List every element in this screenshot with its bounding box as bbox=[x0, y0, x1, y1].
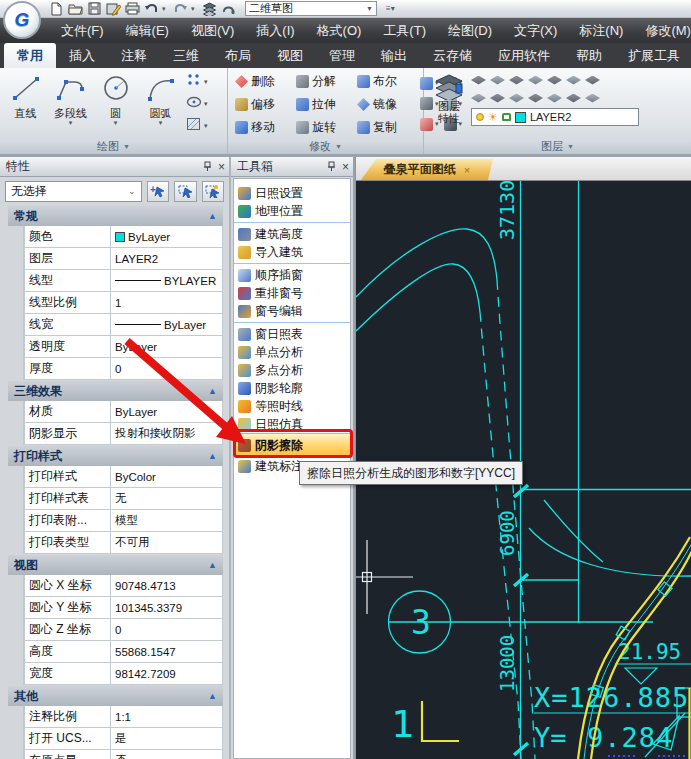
property-value[interactable]: ByLayer bbox=[110, 401, 223, 423]
ribbon-tab-item[interactable]: 帮助 bbox=[563, 43, 615, 68]
explode-button[interactable]: 分解 bbox=[294, 70, 355, 93]
ribbon-tab-active[interactable]: 常用 bbox=[4, 43, 56, 68]
toolbox-item-sun-settings[interactable]: 日照设置 bbox=[234, 184, 350, 202]
save-as-icon[interactable] bbox=[105, 1, 121, 16]
property-value[interactable]: ByLayer bbox=[110, 314, 223, 336]
move-button[interactable]: 移动 bbox=[233, 116, 294, 139]
rotate-button[interactable]: 旋转 bbox=[294, 116, 355, 139]
panel-caption-draw[interactable]: 绘图▼ bbox=[0, 139, 227, 154]
layer-select[interactable]: ☀ LAYER2 bbox=[471, 108, 639, 126]
menu-item[interactable]: 文件(F) bbox=[50, 22, 115, 40]
section-header[interactable]: 常规▲ bbox=[8, 206, 223, 226]
app-logo[interactable]: G bbox=[3, 1, 41, 39]
property-value[interactable]: 无 bbox=[110, 488, 223, 510]
circle-button[interactable]: 圆▾ bbox=[93, 70, 138, 139]
property-value[interactable]: 90748.4713 bbox=[110, 575, 223, 597]
save-icon[interactable] bbox=[86, 1, 102, 16]
offset-button[interactable]: 偏移 bbox=[233, 93, 294, 116]
property-value[interactable]: 不可用 bbox=[110, 532, 223, 554]
recover-icon[interactable] bbox=[220, 1, 236, 16]
close-icon[interactable]: × bbox=[218, 160, 225, 174]
drawing-tab[interactable]: 叠泉平面图纸 × bbox=[361, 159, 493, 180]
toolbox-item-geo-location[interactable]: 地理位置 bbox=[234, 202, 350, 220]
toolbox-item-import-building[interactable]: 导入建筑 bbox=[234, 243, 350, 261]
property-value[interactable]: ByColor bbox=[110, 466, 223, 488]
property-value[interactable]: 模型 bbox=[110, 510, 223, 532]
ribbon-tab-item[interactable]: 输出 bbox=[368, 43, 420, 68]
toolbox-item-single-point-analysis[interactable]: 单点分析 bbox=[234, 343, 350, 361]
property-value[interactable]: 否 bbox=[110, 750, 223, 759]
property-value[interactable]: LAYER2 bbox=[110, 248, 223, 270]
selection-filter-select[interactable]: 无选择⌄ bbox=[5, 181, 142, 202]
workspace-select[interactable]: 二维草图▼ bbox=[245, 1, 377, 16]
property-value[interactable]: ByLayer bbox=[110, 336, 223, 358]
point-array-button[interactable]: ▾ bbox=[186, 73, 208, 91]
redo-icon[interactable] bbox=[172, 1, 188, 16]
toolbox-item-isochrone[interactable]: 等照时线 bbox=[234, 397, 350, 415]
property-value[interactable]: 55868.1547 bbox=[110, 641, 223, 663]
polyline-button[interactable]: 多段线▾ bbox=[48, 70, 93, 139]
toolbox-item-sun-simulation[interactable]: 日照仿真 bbox=[234, 415, 350, 433]
menu-item[interactable]: 视图(V) bbox=[180, 22, 245, 40]
layer-tool-icon[interactable] bbox=[585, 76, 600, 85]
layer-tool-icon[interactable] bbox=[509, 94, 524, 103]
section-header[interactable]: 打印样式▲ bbox=[8, 446, 223, 466]
pin-icon[interactable] bbox=[203, 161, 212, 172]
close-icon[interactable]: × bbox=[464, 164, 470, 176]
menu-item[interactable]: 编辑(E) bbox=[115, 22, 180, 40]
undo-dropdown-icon[interactable]: ▾ bbox=[162, 5, 169, 13]
menu-item[interactable]: 标注(N) bbox=[568, 22, 634, 40]
menu-item[interactable]: 修改(M) bbox=[634, 22, 691, 40]
menu-item[interactable]: 格式(O) bbox=[306, 22, 373, 40]
ribbon-tab-item[interactable]: 扩展工具 bbox=[615, 43, 691, 68]
quick-select-new-button[interactable] bbox=[202, 181, 224, 202]
new-file-icon[interactable] bbox=[48, 1, 64, 16]
print-icon[interactable] bbox=[124, 1, 140, 16]
ribbon-tab-item[interactable]: 三维 bbox=[160, 43, 212, 68]
menu-item[interactable]: 插入(I) bbox=[245, 22, 305, 40]
toolbox-item-renumber-windows[interactable]: 重排窗号 bbox=[234, 284, 350, 302]
layer-tool-icon[interactable] bbox=[509, 76, 524, 85]
ellipse-button[interactable]: ▾ bbox=[186, 95, 208, 113]
line-button[interactable]: 直线 bbox=[3, 70, 48, 139]
ribbon-tab-item[interactable]: 布局 bbox=[212, 43, 264, 68]
ribbon-tab-item[interactable]: 插入 bbox=[56, 43, 108, 68]
ribbon-tab-item[interactable]: 管理 bbox=[316, 43, 368, 68]
menu-item[interactable]: 绘图(D) bbox=[437, 22, 503, 40]
open-folder-icon[interactable] bbox=[67, 1, 83, 16]
layer-tool-icon[interactable] bbox=[471, 94, 486, 103]
undo-icon[interactable] bbox=[143, 1, 159, 16]
section-header[interactable]: 视图▲ bbox=[8, 555, 223, 575]
layer-properties-button[interactable]: 图层特性 bbox=[427, 70, 471, 139]
mirror-button[interactable]: 镜像 bbox=[355, 93, 416, 116]
layer-tool-icon[interactable] bbox=[528, 76, 543, 85]
property-value[interactable]: 投射和接收阴影 bbox=[110, 423, 223, 445]
property-value[interactable]: 0 bbox=[110, 619, 223, 641]
close-icon[interactable]: × bbox=[342, 160, 349, 174]
publish-icon[interactable] bbox=[201, 1, 217, 16]
menu-item[interactable]: 文字(X) bbox=[503, 22, 568, 40]
arc-button[interactable]: 圆弧▾ bbox=[138, 70, 183, 139]
toolbox-item-building-height[interactable]: 建筑高度 bbox=[234, 225, 350, 243]
quick-select-window-button[interactable] bbox=[174, 181, 196, 202]
layer-tool-icon[interactable] bbox=[490, 76, 505, 85]
ribbon-tab-item[interactable]: 应用软件 bbox=[485, 43, 563, 68]
property-value[interactable]: 是 bbox=[110, 728, 223, 750]
copy-button[interactable]: 复制 bbox=[355, 116, 416, 139]
property-value[interactable]: 98142.7209 bbox=[110, 663, 223, 685]
qat-overflow-icon[interactable]: ≡▾ bbox=[386, 4, 395, 13]
pin-icon[interactable] bbox=[327, 161, 336, 172]
panel-caption-modify[interactable]: 修改▼ bbox=[228, 139, 423, 154]
toolbox-item-window-sun-table[interactable]: 窗日照表 bbox=[234, 325, 350, 343]
property-value[interactable]: BYLAYER bbox=[110, 270, 223, 292]
layer-tool-icon[interactable] bbox=[471, 76, 486, 85]
toolbox-item-shadow-outline[interactable]: 阴影轮廓 bbox=[234, 379, 350, 397]
quick-select-plus-button[interactable]: + bbox=[147, 181, 169, 202]
layer-tool-icon[interactable] bbox=[566, 76, 581, 85]
stretch-button[interactable]: 拉伸 bbox=[294, 93, 355, 116]
property-value[interactable]: 0 bbox=[110, 358, 223, 380]
layer-tool-icon[interactable] bbox=[528, 94, 543, 103]
ribbon-tab-item[interactable]: 视图 bbox=[264, 43, 316, 68]
ribbon-tab-item[interactable]: 云存储 bbox=[420, 43, 485, 68]
property-value[interactable]: 1 bbox=[110, 292, 223, 314]
